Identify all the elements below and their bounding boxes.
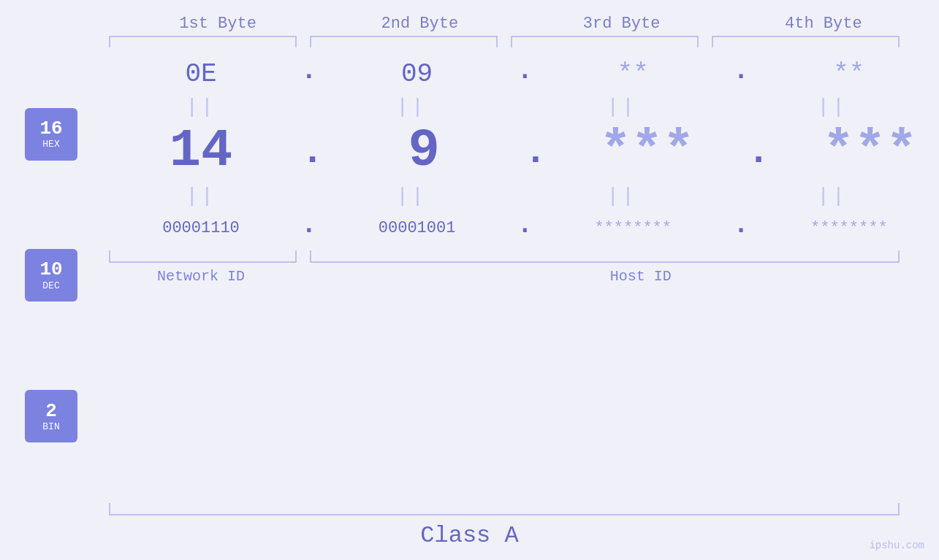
class-label: Class A bbox=[420, 522, 518, 549]
hex-byte4-value: ** bbox=[833, 59, 864, 89]
dec-byte3-value: *** bbox=[600, 121, 695, 181]
bin-dot2: . bbox=[517, 210, 533, 246]
hex-dot1: . bbox=[301, 56, 317, 92]
sep3: || bbox=[523, 96, 721, 118]
bin-badge-num: 2 bbox=[45, 401, 57, 422]
dec-badge: 10 DEC bbox=[25, 249, 77, 302]
hex-byte2-value: 09 bbox=[401, 59, 433, 89]
dec-byte4-cell: *** bbox=[772, 121, 939, 181]
dec-badge-label: DEC bbox=[42, 280, 59, 291]
hex-badge-num: 16 bbox=[39, 118, 62, 139]
bottom-bracket-svg bbox=[102, 249, 939, 265]
byte-headers-row: 1st Byte 2nd Byte 3rd Byte 4th Byte bbox=[0, 15, 939, 33]
network-id-label: Network ID bbox=[102, 268, 300, 285]
bin-dot1: . bbox=[301, 210, 317, 246]
bin-badge: 2 BIN bbox=[25, 390, 77, 442]
dec-dot3: . bbox=[747, 131, 769, 181]
bin-byte2-cell: 00001001 bbox=[319, 219, 516, 237]
full-bottom-bracket-svg bbox=[102, 502, 917, 518]
labels-area: Network ID Host ID bbox=[102, 268, 939, 285]
bin-byte4-cell: ******** bbox=[750, 219, 939, 237]
hex-byte1-value: 0E bbox=[185, 59, 216, 89]
bin-badge-label: BIN bbox=[42, 421, 59, 432]
badges-column: 16 HEX 10 DEC 2 BIN bbox=[0, 49, 102, 502]
byte3-header: 3rd Byte bbox=[523, 15, 721, 33]
hex-byte3-cell: ** bbox=[534, 59, 731, 89]
top-brackets bbox=[0, 33, 939, 49]
hex-byte2-cell: 09 bbox=[319, 59, 516, 89]
sep8: || bbox=[734, 185, 931, 207]
bin-dot3: . bbox=[733, 210, 749, 246]
sep-row-1: || || || || bbox=[102, 92, 939, 121]
hex-badge-label: HEX bbox=[42, 139, 59, 150]
hex-row: 0E . 09 . ** . ** bbox=[102, 56, 939, 92]
dec-byte2-cell: 9 bbox=[325, 121, 522, 181]
sep7: || bbox=[523, 185, 721, 207]
watermark: ipshu.com bbox=[869, 540, 924, 551]
byte1-header: 1st Byte bbox=[119, 15, 316, 33]
hex-byte1-cell: 0E bbox=[102, 59, 300, 89]
dec-byte4-value: *** bbox=[823, 121, 918, 181]
main-container: 1st Byte 2nd Byte 3rd Byte 4th Byte 16 H… bbox=[0, 0, 939, 560]
bottom-brackets bbox=[102, 249, 939, 265]
sep2: || bbox=[313, 96, 510, 118]
dec-byte2-value: 9 bbox=[408, 121, 440, 181]
sep6: || bbox=[313, 185, 510, 207]
sep1: || bbox=[102, 96, 300, 118]
sep5: || bbox=[102, 185, 300, 207]
bin-byte2-value: 00001001 bbox=[379, 219, 456, 237]
dec-dot1: . bbox=[301, 131, 324, 181]
dec-byte1-value: 14 bbox=[170, 121, 232, 181]
dec-row: 14 . 9 . *** . *** bbox=[102, 121, 939, 181]
sep4: || bbox=[734, 96, 931, 118]
bin-byte3-cell: ******** bbox=[534, 219, 731, 237]
dec-byte3-cell: *** bbox=[548, 121, 745, 181]
sep-row-2: || || || || bbox=[102, 181, 939, 210]
hex-byte4-cell: ** bbox=[750, 59, 939, 89]
top-bracket-svg bbox=[102, 33, 917, 49]
full-bottom-bracket bbox=[0, 502, 939, 518]
bin-byte3-value: ******** bbox=[594, 219, 672, 237]
main-area: 16 HEX 10 DEC 2 BIN 0E . 09 bbox=[0, 49, 939, 502]
hex-badge: 16 HEX bbox=[25, 108, 77, 161]
byte2-header: 2nd Byte bbox=[321, 15, 518, 33]
bytes-area: 0E . 09 . ** . ** || || bbox=[102, 49, 939, 502]
host-id-label: Host ID bbox=[313, 268, 939, 285]
hex-byte3-value: ** bbox=[617, 59, 649, 89]
hex-dot2: . bbox=[517, 56, 533, 92]
hex-dot3: . bbox=[733, 56, 749, 92]
bin-byte4-value: ******** bbox=[810, 219, 888, 237]
byte4-header: 4th Byte bbox=[725, 15, 922, 33]
bin-byte1-cell: 00001110 bbox=[102, 219, 300, 237]
dec-dot2: . bbox=[524, 131, 547, 181]
dec-badge-num: 10 bbox=[39, 259, 62, 280]
bin-byte1-value: 00001110 bbox=[162, 219, 240, 237]
dec-byte1-cell: 14 bbox=[102, 121, 300, 181]
bin-row: 00001110 . 00001001 . ******** . *******… bbox=[102, 210, 939, 246]
